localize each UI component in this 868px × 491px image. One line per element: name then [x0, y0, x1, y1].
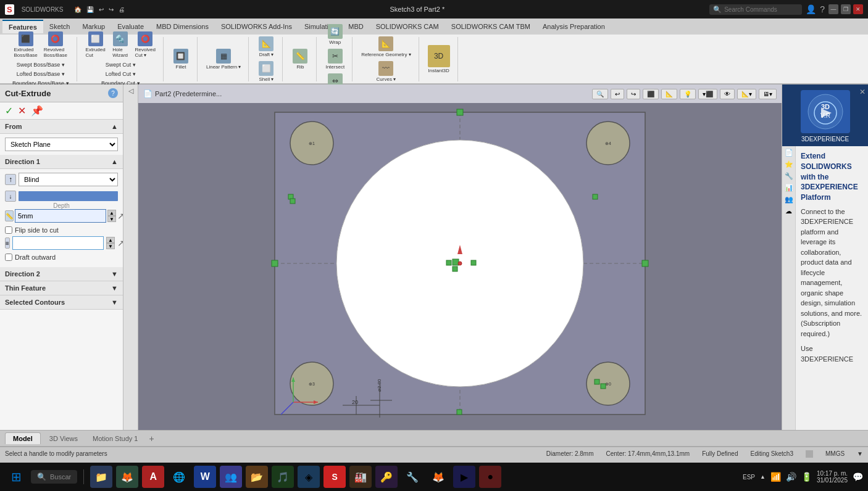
depth-input[interactable] [15, 209, 106, 223]
depth-direction-btn[interactable]: ↓ [5, 191, 16, 202]
tool-wrap[interactable]: 🔄 Wrap [324, 23, 346, 46]
tab-cam-tbm[interactable]: SOLIDWORKS CAM TBM [445, 20, 536, 33]
taskbar-teams[interactable]: 👥 [220, 466, 242, 488]
draft-outward-checkbox[interactable] [5, 254, 12, 261]
tool-linear-pattern[interactable]: ▦ Linear Pattern ▾ [204, 47, 243, 71]
view-hide-btn[interactable]: 👁 [720, 89, 735, 99]
exp-icon-6[interactable]: ☁ [785, 207, 792, 215]
from-type-select[interactable]: Sketch Plane [5, 138, 118, 151]
tab-mbd[interactable]: MBD [342, 20, 369, 33]
exp-icon-2[interactable]: ⭐ [785, 160, 793, 168]
help-button[interactable]: ? [108, 88, 118, 98]
taskbar-vscode[interactable]: ◈ [298, 466, 320, 488]
taskbar-media[interactable]: ▶ [453, 466, 475, 488]
view-next-btn[interactable]: ↪ [627, 89, 640, 99]
taskbar-factory[interactable]: 🏭 [349, 466, 372, 488]
view-section-btn[interactable]: ⬛ [643, 89, 659, 99]
tab-model[interactable]: Model [5, 432, 41, 444]
tool-curves[interactable]: 〰 Curves ▾ [374, 60, 399, 83]
maximize-btn[interactable]: ❐ [841, 4, 851, 14]
close-btn[interactable]: ✕ [853, 4, 863, 14]
extra-extra-btn[interactable]: ↗ [117, 238, 123, 248]
quick-access-home[interactable]: 🏠 [74, 6, 81, 13]
tool-fillet[interactable]: 🔲 Fillet [170, 47, 192, 71]
profile-icon[interactable]: 👤 [806, 4, 816, 14]
depth-down[interactable]: ▼ [107, 216, 116, 222]
search-box[interactable]: 🔍 [709, 4, 802, 15]
taskbar-search[interactable]: 🔍 Buscar [31, 470, 77, 484]
tool-swept-cut[interactable]: Swept Cut ▾ [99, 60, 143, 69]
search-input[interactable] [724, 6, 798, 13]
tool-swept-boss[interactable]: Swept Boss/Base ▾ [10, 60, 72, 69]
taskbar-pw[interactable]: 🔑 [375, 466, 398, 488]
tab-solidworks-addins[interactable]: SOLIDWORKS Add-Ins [215, 20, 298, 33]
quick-access-save[interactable]: 💾 [86, 6, 94, 13]
tray-up[interactable]: ▲ [760, 474, 766, 480]
extra-up[interactable]: ▲ [106, 237, 115, 243]
taskbar-files[interactable]: 📂 [246, 466, 268, 488]
view-appearance-btn[interactable]: ▾⬛ [698, 89, 717, 99]
tool-rib[interactable]: 📏 Rib [289, 47, 311, 71]
tool-extruded-boss[interactable]: ⬛ ExtrudedBoss/Base [12, 30, 40, 59]
quick-access-print[interactable]: 🖨 [119, 6, 125, 13]
tool-lofted-cut[interactable]: Lofted Cut ▾ [99, 70, 143, 78]
tray-notifications[interactable]: 💬 [853, 472, 863, 482]
selected-contours-section-header[interactable]: Selected Contours ▼ [0, 295, 123, 310]
tab-solidworks-cam[interactable]: SOLIDWORKS CAM [370, 20, 445, 33]
cancel-button[interactable]: ✕ [18, 105, 26, 117]
taskbar-spotify[interactable]: 🎵 [272, 466, 294, 488]
direction2-section-header[interactable]: Direction 2 ▼ [0, 267, 123, 281]
tab-mbd-dimensions[interactable]: MBD Dimensions [150, 20, 215, 33]
tool-instant3d[interactable]: 3D Instant3D [425, 44, 453, 75]
tool-revolved-boss[interactable]: ⭕ RevolvedBoss/Base [41, 30, 70, 59]
thin-feature-section-header[interactable]: Thin Feature ▼ [0, 281, 123, 295]
tab-motion-study[interactable]: Motion Study 1 [85, 433, 145, 444]
strip-arrow[interactable]: ◁ [128, 87, 133, 95]
tool-shell[interactable]: ⬜ Shell ▾ [255, 60, 277, 83]
view-prev-btn[interactable]: ↩ [611, 89, 624, 99]
add-tab-btn[interactable]: + [149, 434, 154, 444]
view-more-btn[interactable]: 🖥▾ [759, 89, 777, 99]
taskbar-chrome[interactable]: 🌐 [168, 466, 190, 488]
taskbar-firefox[interactable]: 🦊 [116, 466, 138, 488]
minimize-btn[interactable]: — [828, 4, 838, 14]
exp-icon-3[interactable]: 🔧 [785, 172, 793, 180]
direction-flip-btn[interactable]: ↑ [5, 174, 16, 185]
tool-lofted-boss[interactable]: Lofted Boss/Base ▾ [10, 70, 72, 78]
tab-3d-views[interactable]: 3D Views [42, 433, 85, 444]
view-zoom-btn[interactable]: 🔍 [592, 89, 608, 99]
taskbar-red-app[interactable]: ● [479, 466, 501, 488]
tab-analysis[interactable]: Analysis Preparation [536, 20, 611, 33]
taskbar-solidworks[interactable]: S [323, 466, 346, 488]
view-lights-btn[interactable]: 💡 [680, 89, 696, 99]
exp-icon-5[interactable]: 👥 [785, 196, 793, 204]
taskbar-explorer[interactable]: 📁 [90, 466, 112, 488]
direction1-section-header[interactable]: Direction 1 ▲ [0, 155, 123, 169]
depth-up[interactable]: ▲ [107, 210, 116, 216]
exp-icon-4[interactable]: 📊 [785, 184, 793, 192]
pin-button[interactable]: 📌 [31, 105, 43, 117]
ok-button[interactable]: ✓ [5, 105, 13, 117]
depth-extra-btn[interactable]: ↗ [117, 211, 123, 221]
quick-access-undo[interactable]: ↩ [99, 6, 104, 13]
quick-access-redo[interactable]: ↪ [109, 6, 114, 13]
exp-close-btn[interactable]: ✕ [859, 88, 866, 96]
view-display-btn[interactable]: 📐 [661, 89, 677, 99]
windows-start-btn[interactable]: ⊞ [5, 466, 27, 488]
tool-hole-wizard[interactable]: 🔩 HoleWizard [109, 30, 131, 59]
help-icon[interactable]: ? [820, 4, 825, 14]
tool-reference[interactable]: 📐 Reference Geometry ▾ [359, 35, 413, 59]
flip-side-checkbox[interactable] [5, 226, 12, 234]
extra-input[interactable] [12, 236, 104, 250]
taskbar-tool[interactable]: 🔧 [401, 466, 424, 488]
taskbar-word[interactable]: W [194, 466, 216, 488]
taskbar-acrobat[interactable]: A [142, 466, 164, 488]
tool-intersect[interactable]: ✂ Intersect [323, 47, 347, 71]
tool-extruded-cut[interactable]: ⬜ ExtrudedCut [83, 30, 108, 59]
extra-down[interactable]: ▼ [106, 243, 115, 249]
view-options-btn[interactable]: 📐▾ [737, 89, 756, 99]
taskbar-firefox2[interactable]: 🦊 [427, 466, 449, 488]
tool-draft[interactable]: 📐 Draft ▾ [255, 35, 277, 59]
tool-revolved-cut[interactable]: ⭕ RevolvedCut ▾ [133, 30, 158, 59]
direction-type-select[interactable]: Blind Through All Up to Next [19, 173, 118, 186]
